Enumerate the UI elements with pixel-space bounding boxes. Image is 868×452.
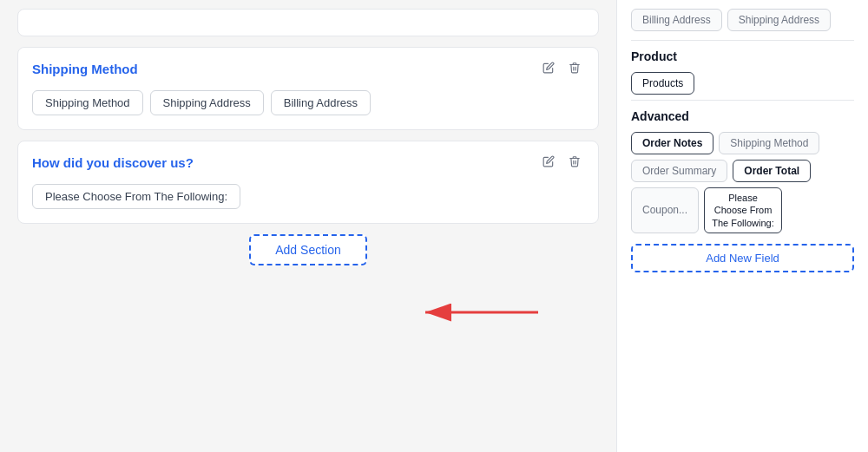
discover-section-actions <box>539 154 584 172</box>
advanced-tags-row: Order Notes Shipping Method Order Summar… <box>631 132 854 233</box>
right-tag-shipping-addr[interactable]: Shipping Address <box>727 9 831 31</box>
right-tag-please-choose-following[interactable]: Please Choose From The Following: <box>704 187 782 233</box>
discover-section-header: How did you discover us? <box>32 154 584 172</box>
discover-delete-button[interactable] <box>565 154 584 172</box>
right-top-tags: Billing Address Shipping Address <box>631 9 854 31</box>
tag-billing-address[interactable]: Billing Address <box>271 90 371 115</box>
discover-edit-button[interactable] <box>539 154 558 172</box>
add-section-wrapper: Add Section <box>17 234 599 265</box>
product-section-label: Product <box>631 49 854 63</box>
delete-button[interactable] <box>565 60 584 78</box>
shipping-method-section: Shipping Method <box>17 47 599 130</box>
right-tag-billing[interactable]: Billing Address <box>631 9 722 31</box>
add-field-wrapper: Add New Field <box>631 244 854 272</box>
advanced-section-label: Advanced <box>631 109 854 123</box>
right-tag-products[interactable]: Products <box>631 72 694 95</box>
section-header: Shipping Method <box>32 60 584 78</box>
discover-section-title: How did you discover us? <box>32 155 194 170</box>
right-tag-shipping-method[interactable]: Shipping Method <box>719 132 819 154</box>
divider-2 <box>631 100 854 101</box>
divider-1 <box>631 40 854 41</box>
section-actions <box>539 60 584 78</box>
tag-shipping-address[interactable]: Shipping Address <box>150 90 264 115</box>
shipping-method-tags: Shipping Method Shipping Address Billing… <box>32 90 584 115</box>
add-section-button[interactable]: Add Section <box>249 234 367 265</box>
section-title: Shipping Method <box>32 62 138 76</box>
edit-button[interactable] <box>539 60 558 78</box>
tag-shipping-method[interactable]: Shipping Method <box>32 90 143 115</box>
right-tag-order-total[interactable]: Order Total <box>733 160 811 182</box>
right-tag-order-summary[interactable]: Order Summary <box>631 160 727 182</box>
right-tag-coupon[interactable]: Coupon... <box>631 187 699 233</box>
tag-please-choose[interactable]: Please Choose From The Following: <box>32 184 240 209</box>
right-tag-order-notes[interactable]: Order Notes <box>631 132 713 154</box>
discover-us-section: How did you discover us? <box>17 141 599 224</box>
product-tags-row: Products <box>631 72 854 95</box>
right-panel: Billing Address Shipping Address Product… <box>616 0 868 452</box>
add-new-field-button[interactable]: Add New Field <box>631 244 854 272</box>
discover-tags: Please Choose From The Following: <box>32 184 584 209</box>
